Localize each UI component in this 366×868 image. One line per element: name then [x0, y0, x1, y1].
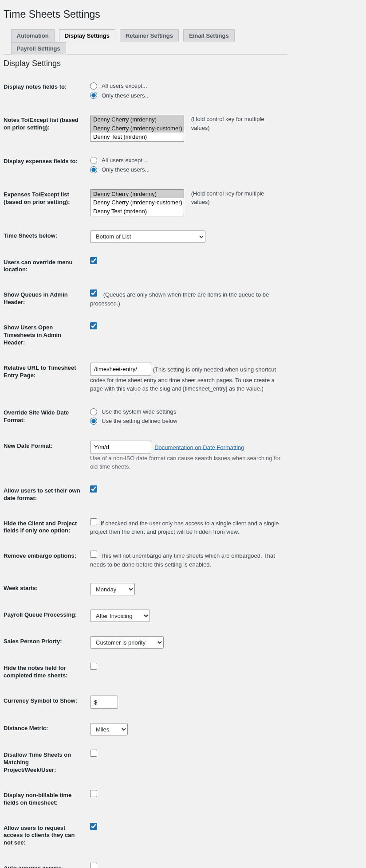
label-sales-priority: Sales Person Priorty: — [4, 629, 86, 656]
hint-hide-client: If checked and the user only has access … — [90, 520, 279, 536]
hint-new-date: Use of a non-ISO date format can cause s… — [90, 454, 283, 471]
select-payroll-q[interactable]: After Invoicing — [90, 610, 150, 622]
radio-label: Use the setting defined below — [102, 417, 177, 426]
label-notes-list: Notes To/Except list (based on prior set… — [4, 108, 86, 149]
radio-label: Use the system wide settings — [102, 407, 176, 416]
checkbox-req-access[interactable] — [90, 823, 97, 830]
checkbox-disallow[interactable] — [90, 750, 97, 757]
select-distance[interactable]: Miles — [90, 723, 128, 735]
label-display-expenses: Display expenses fields to: — [4, 149, 86, 182]
radio-display-expenses-only[interactable] — [90, 166, 97, 173]
label-hide-notes-completed: Hide the notes field for completed time … — [4, 656, 86, 688]
label-rel-url: Relative URL to Timesheet Entry Page: — [4, 356, 86, 400]
label-req-access: Allow users to request access to clients… — [4, 816, 86, 856]
label-override-menu: Users can override menu location: — [4, 250, 86, 283]
hint-expenses-list: (Hold control key for multiple values) — [191, 189, 283, 207]
input-rel-url[interactable] — [90, 363, 151, 376]
checkbox-auto-approve[interactable] — [90, 863, 97, 868]
label-show-open: Show Users Open Timesheets in Admin Head… — [4, 315, 86, 356]
link-date-docs[interactable]: Documentation on Date Formatting — [154, 444, 244, 450]
checkbox-remove-embargo[interactable] — [90, 551, 97, 558]
radio-override-date-system[interactable] — [90, 408, 97, 415]
select-ts-below[interactable]: Bottom of List — [90, 231, 205, 243]
tab-automation[interactable]: Automation — [11, 29, 55, 42]
radio-display-notes-only[interactable] — [90, 92, 97, 99]
radio-label: All users except... — [102, 156, 147, 165]
label-distance: Distance Metric: — [4, 716, 86, 743]
label-hide-client: Hide the Client and Project fields if on… — [4, 511, 86, 544]
checkbox-hide-client[interactable] — [90, 518, 97, 525]
label-auto-approve: Auto approve access requests: — [4, 856, 86, 868]
hint-remove-embargo: This will not unembargo any time sheets … — [90, 552, 275, 568]
checkbox-show-open[interactable] — [90, 322, 97, 329]
label-allow-own-date: Allow users to set their own date format… — [4, 478, 86, 511]
checkbox-override-menu[interactable] — [90, 257, 97, 264]
tab-retainer-settings[interactable]: Retainer Settings — [120, 29, 179, 42]
radio-override-date-below[interactable] — [90, 418, 97, 425]
hint-show-queues: (Queues are only shown when there are it… — [90, 291, 269, 307]
label-override-date: Override Site Wide Date Format: — [4, 400, 86, 434]
radio-label: Only these users... — [102, 91, 150, 100]
section-heading: Display Settings — [4, 59, 287, 68]
tab-payroll-settings[interactable]: Payroll Settings — [11, 42, 66, 55]
label-show-queues: Show Queues in Admin Header: — [4, 282, 86, 315]
settings-tabs: Automation Display Settings Retainer Set… — [4, 29, 287, 55]
checkbox-show-queues[interactable] — [90, 289, 97, 297]
label-payroll-q: Payroll Queue Processing: — [4, 602, 86, 629]
hint-notes-list: (Hold control key for multiple values) — [191, 115, 283, 132]
radio-display-notes-except[interactable] — [90, 82, 97, 90]
checkbox-nonbillable[interactable] — [90, 790, 97, 797]
select-sales-priority[interactable]: Customer is priority — [90, 636, 164, 649]
label-disallow: Disallow Time Sheets on Matching Project… — [4, 743, 86, 783]
input-currency[interactable] — [90, 696, 118, 709]
input-new-date[interactable] — [90, 441, 151, 454]
label-week-starts: Week starts: — [4, 576, 86, 602]
label-expenses-list: Expenses To/Except list (based on prior … — [4, 182, 86, 223]
checkbox-allow-own-date[interactable] — [90, 485, 97, 493]
select-expenses-list[interactable]: Denny Cherry (mrdenny) Denny Cherry (mrd… — [90, 189, 184, 216]
label-nonbillable: Display non-billable time fields on time… — [4, 783, 86, 816]
select-week-starts[interactable]: Monday — [90, 583, 135, 595]
label-display-notes: Display notes fields to: — [4, 74, 86, 108]
radio-display-expenses-except[interactable] — [90, 157, 97, 164]
radio-label: Only these users... — [102, 165, 150, 174]
checkbox-hide-notes-completed[interactable] — [90, 663, 97, 670]
select-notes-list[interactable]: Denny Cherry (mrdenny) Denny Cherry (mrd… — [90, 115, 184, 142]
tab-display-settings[interactable]: Display Settings — [59, 29, 115, 42]
label-currency: Currency Symbol to Show: — [4, 688, 86, 716]
radio-label: All users except... — [102, 82, 147, 90]
page-title: Time Sheets Settings — [4, 4, 287, 22]
label-ts-below: Time Sheets below: — [4, 223, 86, 250]
label-remove-embargo: Remove embargo options: — [4, 543, 86, 576]
tab-email-settings[interactable]: Email Settings — [183, 29, 235, 42]
label-new-date: New Date Format: — [4, 434, 86, 478]
